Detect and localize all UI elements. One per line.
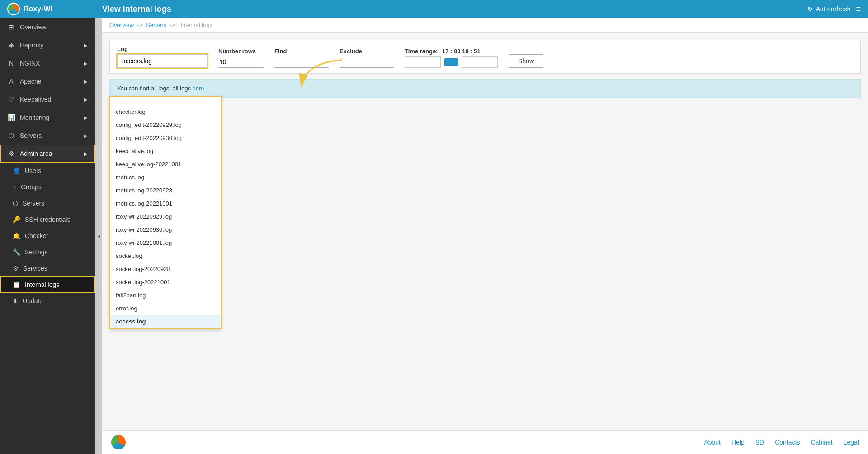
auto-refresh-label: Auto-refresh [816,5,850,13]
sidebar-item-keepalived[interactable]: ♡ Keepalived ▶ [0,90,95,108]
sidebar-item-apache[interactable]: A Apache ▶ [0,72,95,90]
sidebar-item-admin-area[interactable]: ⚙ Admin area ▶ [0,145,95,163]
logo-text: Roxy-WI [24,5,52,13]
dropdown-item-access-log[interactable]: access.log [110,315,221,328]
footer-link-contacts[interactable]: Contacts [775,439,800,446]
time-toggle[interactable] [444,58,458,66]
content-area: Log access.log Number rows Find [102,33,868,430]
breadcrumb-servers[interactable]: Servers [146,22,166,28]
checker-icon: 🔔 [13,232,20,239]
sidebar-item-nginx[interactable]: N NGINX ▶ [0,54,95,72]
footer-link-about[interactable]: About [704,439,721,446]
sidebar-item-overview[interactable]: ⊞ Overview [0,18,95,36]
groups-icon: ≡ [13,183,16,191]
footer-logo [111,435,126,449]
chevron-right-icon: ▶ [84,61,88,66]
log-select[interactable]: access.log [117,54,208,68]
breadcrumb-overview[interactable]: Overview [109,22,134,28]
footer-link-cabinet[interactable]: Cabinet [811,439,832,446]
internal-logs-icon: 📋 [13,281,20,288]
sidebar-item-label: Apache [20,78,41,85]
sidebar-collapse-button[interactable]: ◂ [95,18,102,454]
footer-link-help[interactable]: Help [731,439,745,446]
chevron-right-icon: ▶ [84,115,88,120]
footer-link-legal[interactable]: Legal [844,439,859,446]
chevron-right-icon: ▶ [84,151,88,156]
info-text-before: You can find all logs [117,85,169,92]
servers-sub-icon: ⬡ [13,200,18,207]
main-layout: ⊞ Overview ◈ Haproxy ▶ N NGINX ▶ A Apach… [0,18,868,454]
dropdown-item[interactable]: config_edit-20220929.log [110,118,221,131]
dropdown-item[interactable]: error.log [110,302,221,315]
show-button[interactable]: Show [509,54,543,68]
sidebar-item-ssh-credentials[interactable]: 🔑 SSH credentials [0,211,95,228]
auto-refresh-button[interactable]: ↻ Auto-refresh [807,5,850,13]
sidebar-item-groups[interactable]: ≡ Groups [0,179,95,195]
dropdown-item[interactable]: keep_alive.log [110,145,221,158]
find-label: Find [274,48,329,55]
sidebar-item-update[interactable]: ⬇ Update [0,293,95,309]
dropdown-item[interactable]: metrics.log-20221001 [110,197,221,210]
sidebar-item-internal-logs[interactable]: 📋 Internal logs [0,276,95,293]
sidebar-item-servers-sub[interactable]: ⬡ Servers [0,195,95,211]
info-link[interactable]: here [192,85,204,92]
logo: Roxy-WI [7,3,102,15]
sidebar-item-settings[interactable]: 🔧 Settings [0,244,95,260]
sidebar: ⊞ Overview ◈ Haproxy ▶ N NGINX ▶ A Apach… [0,18,95,454]
dropdown-item[interactable]: metrics.log [110,171,221,184]
menu-icon[interactable]: ≡ [856,5,861,14]
admin-area-icon: ⚙ [7,150,15,157]
nginx-icon: N [7,60,15,67]
breadcrumb-sep2: -> [170,22,177,28]
users-icon: 👤 [13,167,20,174]
dropdown-item[interactable]: config_edit-20220930.log [110,131,221,145]
sidebar-item-services[interactable]: ⚙ Services [0,260,95,276]
sidebar-item-haproxy[interactable]: ◈ Haproxy ▶ [0,36,95,54]
dropdown-item[interactable]: roxy-wi-20221001.log [110,236,221,249]
sidebar-item-label: Servers [23,200,44,207]
time-start-h: 17 [442,48,448,55]
time-start-input[interactable] [405,56,441,68]
refresh-icon: ↻ [807,5,813,13]
dropdown-item[interactable]: socket.log-20221001 [110,276,221,289]
chevron-right-icon: ▶ [84,43,88,48]
dropdown-item[interactable]: keep_alive.log-20221001 [110,158,221,171]
app-header: Roxy-WI View internal logs ↻ Auto-refres… [0,0,868,18]
number-rows-input[interactable] [218,56,264,68]
exclude-input[interactable] [340,56,394,68]
dropdown-item[interactable]: roxy-wi-20220930.log [110,223,221,236]
time-end-m: 51 [474,48,480,55]
sidebar-item-monitoring[interactable]: 📊 Monitoring ▶ [0,108,95,126]
filter-form: Log access.log Number rows Find [109,40,861,74]
sidebar-item-label: Servers [20,132,42,139]
dropdown-item[interactable]: checker.log [110,105,221,118]
sidebar-item-label: Overview [20,23,46,31]
ssh-icon: 🔑 [13,216,20,223]
dropdown-item[interactable]: metrics.log-20220928 [110,184,221,197]
sidebar-item-servers[interactable]: ⬡ Servers ▶ [0,126,95,145]
time-range-inputs [405,56,498,68]
sidebar-item-label: Keepalived [20,96,51,103]
keepalived-icon: ♡ [7,96,15,103]
breadcrumb-internal-logs: Internal logs [180,22,212,28]
dropdown-item[interactable]: roxy-wi-20220929.log [110,210,221,223]
number-rows-label: Number rows [218,48,264,55]
chevron-right-icon: ▶ [84,79,88,84]
page-title: View internal logs [102,5,807,14]
time-colon1: : [450,48,454,55]
time-end-input[interactable] [462,56,498,68]
dropdown-item[interactable]: socket.log [110,249,221,262]
find-input[interactable] [274,56,329,68]
breadcrumb: Overview -> Servers -> Internal logs [102,18,868,33]
chevron-right-icon: ▶ [84,97,88,102]
sidebar-item-users[interactable]: 👤 Users [0,163,95,179]
number-rows-group: Number rows [218,48,264,68]
dropdown-item[interactable]: fail2ban.log [110,289,221,302]
time-end-h: 18 [462,48,468,55]
footer-link-sd[interactable]: SD [755,439,764,446]
sidebar-item-label: Settings [25,248,48,256]
exclude-label: Exclude [340,48,394,55]
dropdown-item[interactable]: socket.log-20220928 [110,262,221,276]
log-select-wrapper: access.log [117,54,208,68]
sidebar-item-checker[interactable]: 🔔 Checker [0,228,95,244]
